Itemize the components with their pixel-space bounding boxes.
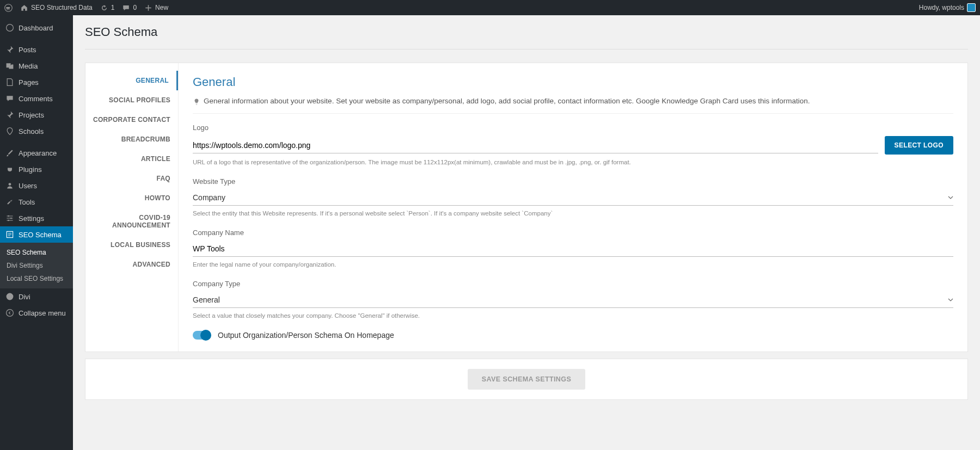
comments-link[interactable]: 0 bbox=[122, 4, 137, 12]
field-website-type: Website Type Company Select the entity t… bbox=[193, 177, 953, 217]
pin-icon bbox=[5, 110, 14, 119]
comment-icon bbox=[5, 94, 14, 103]
website-type-label: Website Type bbox=[193, 177, 953, 186]
tab-covid19[interactable]: COVID-19 ANNOUNCEMENT bbox=[85, 208, 178, 235]
svg-point-5 bbox=[8, 220, 9, 221]
sidebar-item-tools[interactable]: Tools bbox=[0, 194, 73, 210]
tab-advanced[interactable]: ADVANCED bbox=[85, 255, 178, 274]
field-logo: Logo SELECT LOGO URL of a logo that is r… bbox=[193, 124, 953, 165]
avatar bbox=[967, 3, 976, 12]
svg-point-3 bbox=[8, 215, 9, 217]
home-icon bbox=[20, 4, 28, 12]
sidebar-item-seo-schema[interactable]: SEO Schema bbox=[0, 226, 73, 243]
user-greeting[interactable]: Howdy, wptools bbox=[919, 3, 976, 12]
section-title: General bbox=[193, 75, 953, 89]
main-content: SEO Schema GENERAL SOCIAL PROFILES CORPO… bbox=[73, 15, 980, 450]
wrench-icon bbox=[5, 198, 14, 206]
pin-icon bbox=[5, 45, 14, 54]
svg-point-4 bbox=[10, 218, 11, 219]
sidebar-item-settings[interactable]: Settings bbox=[0, 210, 73, 226]
refresh-icon bbox=[100, 4, 108, 12]
page-title: SEO Schema bbox=[85, 25, 968, 50]
dashboard-icon bbox=[5, 23, 14, 32]
svg-point-2 bbox=[9, 183, 11, 186]
save-schema-button[interactable]: SAVE SCHEMA SETTINGS bbox=[468, 369, 585, 390]
sidebar-item-comments[interactable]: Comments bbox=[0, 90, 73, 107]
field-company-name: Company Name Enter the legal name of you… bbox=[193, 229, 953, 268]
select-logo-button[interactable]: SELECT LOGO bbox=[885, 136, 953, 155]
sidebar-item-pages[interactable]: Pages bbox=[0, 74, 73, 90]
wp-logo[interactable] bbox=[4, 4, 13, 12]
submenu-local-seo[interactable]: Local SEO Settings bbox=[0, 272, 73, 285]
tab-howto[interactable]: HOWTO bbox=[85, 188, 178, 208]
sidebar-item-posts[interactable]: Posts bbox=[0, 41, 73, 58]
company-name-help: Enter the legal name of your company/org… bbox=[193, 261, 953, 268]
new-link[interactable]: New bbox=[144, 4, 168, 12]
form-column: General General information about your w… bbox=[178, 63, 967, 352]
tab-social-profiles[interactable]: SOCIAL PROFILES bbox=[85, 90, 178, 110]
company-name-label: Company Name bbox=[193, 229, 953, 237]
plus-icon bbox=[144, 4, 152, 12]
divi-icon bbox=[5, 292, 14, 301]
logo-input[interactable] bbox=[193, 138, 878, 153]
output-schema-toggle[interactable] bbox=[193, 331, 210, 340]
company-type-select[interactable]: General bbox=[193, 292, 953, 308]
svg-point-7 bbox=[7, 293, 14, 300]
section-description: General information about your website. … bbox=[193, 97, 953, 114]
submenu-seo-schema[interactable]: SEO Schema bbox=[0, 246, 73, 259]
tabs-column: GENERAL SOCIAL PROFILES CORPORATE CONTAC… bbox=[85, 63, 178, 352]
schema-icon bbox=[5, 230, 14, 239]
website-type-select[interactable]: Company bbox=[193, 190, 953, 206]
user-icon bbox=[5, 181, 14, 190]
location-icon bbox=[5, 127, 14, 135]
sidebar-item-plugins[interactable]: Plugins bbox=[0, 161, 73, 177]
brush-icon bbox=[5, 149, 14, 157]
admin-bar: SEO Structured Data 1 0 New Howdy, wptoo… bbox=[0, 0, 980, 15]
field-output-toggle: Output Organization/Person Schema On Hom… bbox=[193, 331, 953, 340]
chevron-down-icon bbox=[948, 297, 953, 303]
refresh-link[interactable]: 1 bbox=[100, 4, 115, 12]
sidebar-item-dashboard[interactable]: Dashboard bbox=[0, 20, 73, 36]
company-type-help: Select a value that closely matches your… bbox=[193, 312, 953, 319]
submenu-divi-settings[interactable]: Divi Settings bbox=[0, 259, 73, 272]
svg-point-8 bbox=[7, 310, 14, 317]
save-bar: SAVE SCHEMA SETTINGS bbox=[85, 359, 968, 400]
sidebar-item-schools[interactable]: Schools bbox=[0, 123, 73, 139]
tab-faq[interactable]: FAQ bbox=[85, 169, 178, 188]
site-link[interactable]: SEO Structured Data bbox=[20, 4, 93, 12]
media-icon bbox=[5, 61, 14, 70]
sidebar-item-appearance[interactable]: Appearance bbox=[0, 145, 73, 161]
website-type-help: Select the entity that this Website repr… bbox=[193, 210, 953, 217]
company-name-input[interactable] bbox=[193, 241, 953, 257]
tab-local-business[interactable]: LOCAL BUSINESS bbox=[85, 235, 178, 255]
collapse-icon bbox=[5, 309, 14, 317]
chevron-down-icon bbox=[948, 195, 953, 200]
sidebar-item-divi[interactable]: Divi bbox=[0, 288, 73, 305]
tab-general[interactable]: GENERAL bbox=[85, 71, 178, 90]
logo-help: URL of a logo that is representative of … bbox=[193, 159, 953, 165]
company-type-label: Company Type bbox=[193, 280, 953, 288]
field-company-type: Company Type General Select a value that… bbox=[193, 280, 953, 319]
sidebar-item-projects[interactable]: Projects bbox=[0, 107, 73, 123]
comment-icon bbox=[122, 4, 130, 12]
logo-label: Logo bbox=[193, 124, 953, 132]
tab-article[interactable]: ARTICLE bbox=[85, 149, 178, 169]
pages-icon bbox=[5, 78, 14, 87]
tab-corporate-contact[interactable]: CORPORATE CONTACT bbox=[85, 110, 178, 130]
sidebar-item-collapse[interactable]: Collapse menu bbox=[0, 305, 73, 321]
admin-sidebar: Dashboard Posts Media Pages Comments Pro… bbox=[0, 15, 73, 450]
submenu: SEO Schema Divi Settings Local SEO Setti… bbox=[0, 243, 73, 288]
sidebar-item-media[interactable]: Media bbox=[0, 58, 73, 74]
plug-icon bbox=[5, 165, 14, 174]
tab-breadcrumb[interactable]: BREADCRUMB bbox=[85, 130, 178, 149]
sidebar-item-users[interactable]: Users bbox=[0, 177, 73, 194]
sliders-icon bbox=[5, 214, 14, 223]
wordpress-icon bbox=[4, 4, 13, 12]
bulb-icon bbox=[193, 98, 200, 106]
toggle-label: Output Organization/Person Schema On Hom… bbox=[218, 331, 394, 340]
settings-card: GENERAL SOCIAL PROFILES CORPORATE CONTAC… bbox=[85, 63, 968, 352]
